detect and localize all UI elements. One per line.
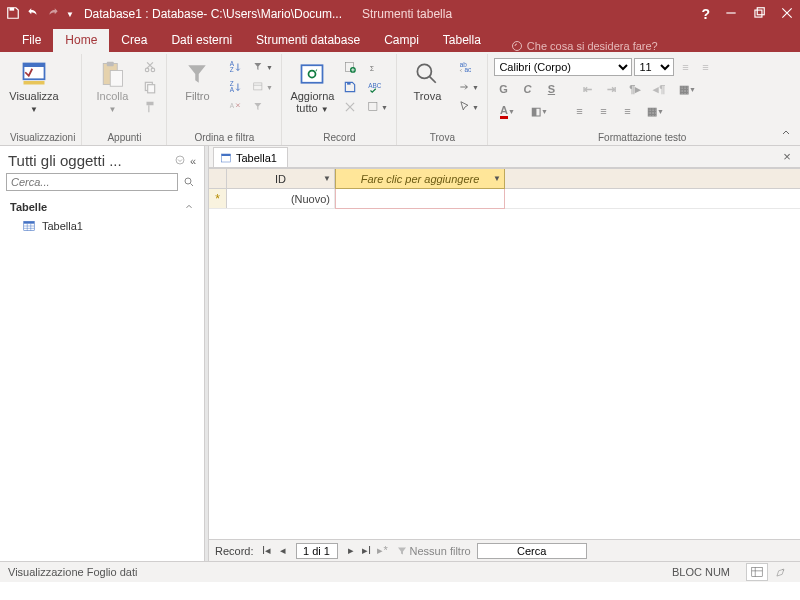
totals-icon[interactable]: Σ: [364, 58, 384, 76]
help-icon[interactable]: ?: [701, 6, 710, 22]
new-record-nav-icon[interactable]: ▸*: [376, 543, 390, 559]
redo-icon[interactable]: [46, 6, 60, 22]
next-record-icon[interactable]: ▸: [344, 543, 358, 559]
tab-crea[interactable]: Crea: [109, 29, 159, 52]
svg-rect-25: [347, 82, 351, 84]
navpane-search-input[interactable]: [6, 173, 178, 191]
rtl-icon[interactable]: ◂¶: [650, 80, 668, 98]
datasheet-view-icon[interactable]: [746, 563, 768, 581]
record-position-input[interactable]: [296, 543, 338, 559]
select-all-corner[interactable]: [209, 169, 227, 188]
svg-point-29: [418, 64, 432, 78]
svg-rect-14: [148, 85, 155, 93]
tell-me-search[interactable]: Che cosa si desidera fare?: [511, 40, 658, 52]
indent-left-icon[interactable]: ⇤: [578, 80, 596, 98]
nav-item-tabella1[interactable]: Tabella1: [0, 215, 204, 237]
aggiorna-tutto-button[interactable]: Aggiornatutto ▼: [288, 58, 336, 115]
alt-row-color-icon[interactable]: ▦▼: [642, 102, 668, 120]
sort-desc-icon[interactable]: ZA: [225, 78, 245, 96]
undo-icon[interactable]: [26, 6, 40, 22]
close-icon[interactable]: [780, 6, 794, 22]
replace-icon[interactable]: abac: [455, 58, 475, 76]
cut-icon[interactable]: [140, 58, 160, 76]
more-record-icon[interactable]: ▼: [364, 98, 390, 116]
doctab-tabella1[interactable]: Tabella1: [213, 147, 288, 167]
align-center-icon[interactable]: ≡: [594, 102, 612, 120]
ltr-icon[interactable]: ¶▸: [626, 80, 644, 98]
chevron-down-icon[interactable]: ▼: [323, 174, 331, 183]
advanced-filter-icon[interactable]: ▼: [249, 78, 275, 96]
svg-rect-3: [757, 8, 764, 15]
sort-asc-icon[interactable]: AZ: [225, 58, 245, 76]
collapse-ribbon-icon[interactable]: [780, 127, 794, 141]
bullets-icon[interactable]: ≡: [676, 58, 694, 76]
delete-record-icon[interactable]: [340, 98, 360, 116]
filtro-button[interactable]: Filtro: [173, 58, 221, 102]
restore-icon[interactable]: [752, 6, 766, 22]
svg-rect-9: [107, 62, 114, 66]
window-title: Database1 : Database- C:\Users\Mario\Doc…: [84, 7, 342, 21]
tab-home[interactable]: Home: [53, 29, 109, 52]
status-mode: Visualizzazione Foglio dati: [8, 566, 137, 578]
navpane-title[interactable]: Tutti gli oggetti ...: [8, 152, 170, 169]
clear-sort-icon[interactable]: A: [225, 98, 245, 116]
bold-button[interactable]: G: [494, 80, 512, 98]
search-icon[interactable]: [180, 173, 198, 191]
font-name-select[interactable]: Calibri (Corpo): [494, 58, 632, 76]
format-painter-icon[interactable]: [140, 98, 160, 116]
underline-button[interactable]: S: [542, 80, 560, 98]
tab-tabella[interactable]: Tabella: [431, 29, 493, 52]
toggle-filter-icon[interactable]: [249, 98, 269, 116]
column-header-id[interactable]: ID▼: [227, 169, 335, 188]
svg-text:Z: Z: [230, 66, 234, 73]
qat-customize-icon[interactable]: ▼: [66, 10, 74, 19]
close-doctab-icon[interactable]: ×: [780, 149, 794, 163]
status-numlock: BLOC NUM: [672, 566, 730, 578]
navpane-dropdown-icon[interactable]: [170, 154, 186, 168]
copy-icon[interactable]: [140, 78, 160, 96]
fill-color-icon[interactable]: ◧▼: [526, 102, 552, 120]
first-record-icon[interactable]: I◂: [260, 543, 274, 559]
filter-indicator[interactable]: Nessun filtro: [396, 545, 471, 557]
align-right-icon[interactable]: ≡: [618, 102, 636, 120]
chevron-down-icon[interactable]: ▼: [493, 174, 501, 183]
record-search-input[interactable]: [477, 543, 587, 559]
font-color-icon[interactable]: A▼: [494, 102, 520, 120]
spelling-icon[interactable]: ABC: [364, 78, 384, 96]
last-record-icon[interactable]: ▸I: [360, 543, 374, 559]
gridlines-icon[interactable]: ▦▼: [674, 80, 700, 98]
select-icon[interactable]: ▼: [455, 98, 481, 116]
goto-icon[interactable]: ▼: [455, 78, 481, 96]
tab-dati-esterni[interactable]: Dati esterni: [159, 29, 244, 52]
nav-group-tabelle[interactable]: Tabelle: [0, 195, 204, 215]
status-bar: Visualizzazione Foglio dati BLOC NUM: [0, 561, 800, 582]
align-left-icon[interactable]: ≡: [570, 102, 588, 120]
indent-right-icon[interactable]: ⇥: [602, 80, 620, 98]
save-record-icon[interactable]: [340, 78, 360, 96]
row-selector-new[interactable]: *: [209, 189, 227, 208]
trova-button[interactable]: Trova: [403, 58, 451, 102]
tab-campi[interactable]: Campi: [372, 29, 431, 52]
svg-text:ac: ac: [465, 66, 473, 73]
cell-id-new[interactable]: (Nuovo): [227, 189, 335, 208]
save-icon[interactable]: [6, 6, 20, 22]
design-view-icon[interactable]: [770, 563, 792, 581]
italic-button[interactable]: C: [518, 80, 536, 98]
visualizza-button[interactable]: Visualizza▼: [10, 58, 58, 115]
column-header-add[interactable]: Fare clic per aggiungere▼: [335, 168, 505, 189]
cell-add-new[interactable]: [335, 188, 505, 209]
group-ordina-filtra: Ordina e filtra: [173, 132, 275, 145]
navpane-collapse-icon[interactable]: «: [190, 155, 196, 167]
tab-file[interactable]: File: [10, 29, 53, 52]
numbering-icon[interactable]: ≡: [696, 58, 714, 76]
prev-record-icon[interactable]: ◂: [276, 543, 290, 559]
group-appunti: Appunti: [88, 132, 160, 145]
new-record-icon[interactable]: [340, 58, 360, 76]
svg-text:ABC: ABC: [369, 82, 382, 89]
group-formattazione: Formattazione testo: [494, 132, 790, 145]
minimize-icon[interactable]: [724, 6, 738, 22]
selection-filter-icon[interactable]: ▼: [249, 58, 275, 76]
incolla-button[interactable]: Incolla▼: [88, 58, 136, 115]
font-size-select[interactable]: 11: [634, 58, 674, 76]
tab-strumenti-database[interactable]: Strumenti database: [244, 29, 372, 52]
